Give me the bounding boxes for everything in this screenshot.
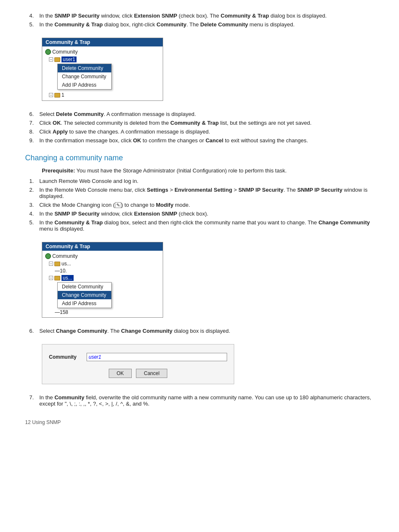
ct-dialog-1: Community & Trap Community − user1 Delet…	[42, 38, 163, 101]
s2-step-7: 7. In the Community field, overwrite the…	[25, 394, 374, 407]
ok-button[interactable]: OK	[109, 369, 132, 378]
community-trap-bold3: Community & Trap	[170, 120, 219, 126]
tree2-child2-label: us...	[61, 275, 74, 281]
add-ip-address-menu-item[interactable]: Add IP Address	[58, 81, 111, 89]
change-community-dialog: Community user1 OK Cancel	[42, 344, 234, 384]
step-7: 7. Click OK. The selected community is d…	[25, 120, 374, 126]
step-6: 6. Select Delete Community. A confirmati…	[25, 111, 374, 117]
extension-snmp-bold: Extension SNMP	[134, 13, 177, 19]
tree2-child-1: − us...	[45, 260, 160, 267]
snmp-ip-sec-bold3: SNMP IP Security	[54, 211, 100, 217]
globe-icon-1	[45, 49, 51, 55]
change-community-bold3: Change Community	[121, 328, 173, 334]
ok-bold: OK	[53, 120, 61, 126]
snmp-ip-security-bold: SNMP IP Security	[54, 13, 100, 19]
step-4: 4. In the SNMP IP Security window, click…	[25, 13, 374, 19]
change-dialog-row: Community user1	[49, 353, 227, 361]
tree2-child1-sub-label: —10.	[55, 268, 67, 274]
tree2-child1-label: us...	[61, 261, 71, 267]
tree-root-label: Community	[52, 49, 78, 55]
ct-dialog-body-2: Community − us... —10. − us... Delete Co…	[42, 251, 163, 317]
section-heading-2: Changing a community name	[25, 154, 374, 162]
ct-dialog-2: Community & Trap Community − us... —10. …	[42, 242, 163, 318]
tree2-root-label: Community	[52, 253, 78, 259]
snmp-ip-sec-bold2: SNMP IP Security	[297, 187, 343, 193]
s2-step-6: 6. Select Change Community. The Change C…	[25, 328, 374, 334]
globe-icon-2	[45, 253, 51, 260]
prereq-label: Prerequisite:	[42, 167, 75, 174]
tree-root: Community	[45, 48, 160, 56]
delete-community-bold: Delete Community	[200, 21, 248, 28]
cancel-button[interactable]: Cancel	[136, 369, 167, 378]
mode-icon: ✎	[115, 202, 121, 208]
folder-icon-3	[54, 260, 61, 267]
tree-child-label-1: user1	[61, 57, 77, 62]
community-trap-bold2: Community & Trap	[54, 21, 103, 28]
ct-dialog-body-1: Community − user1 Delete Community Chang…	[42, 46, 163, 100]
change-dialog: Community user1 OK Cancel	[42, 344, 234, 384]
tree-child-label-2: 1	[61, 92, 64, 98]
folder-icon-2	[54, 92, 61, 98]
community-trap-bold: Community & Trap	[221, 13, 269, 19]
tree-child-2: − 1	[45, 91, 160, 99]
add-ip-item2[interactable]: Add IP Address	[58, 299, 111, 308]
settings-bold: Settings	[147, 187, 168, 193]
change-community-item2[interactable]: Change Community	[58, 291, 111, 299]
ct-dialog-title-1: Community & Trap	[42, 38, 163, 46]
screenshot-2: Community & Trap Community − us... —10. …	[42, 242, 163, 318]
tree2-root: Community	[45, 252, 160, 260]
tree2-child-2: − us...	[45, 274, 160, 282]
expand-icon-3: −	[49, 262, 53, 266]
change-community-bold: Change Community	[318, 219, 370, 226]
delete-community-bold2: Delete Community	[56, 111, 104, 117]
expand-icon-4: −	[49, 276, 53, 280]
ext-snmp-bold2: Extension SNMP	[134, 211, 177, 217]
step-8: 8. Click Apply to save the changes. A co…	[25, 129, 374, 135]
folder-icon-4	[54, 275, 61, 281]
community-input[interactable]: user1	[87, 353, 227, 361]
change-community-menu-item[interactable]: Change Community	[58, 72, 111, 81]
step-5: 5. In the Community & Trap dialog box, r…	[25, 21, 374, 28]
step-9: 9. In the confirmation message box, clic…	[25, 137, 374, 144]
change-dialog-buttons: OK Cancel	[49, 369, 227, 378]
tree2-child-2-sub: —158	[45, 309, 160, 316]
ct-dialog-title-2: Community & Trap	[42, 242, 163, 251]
s2-step-5: 5. In the Community & Trap dialog box, s…	[25, 219, 374, 232]
context-menu-1: Delete Community Change Community Add IP…	[57, 64, 112, 90]
tree2-child-1-sub: —10.	[45, 267, 160, 274]
screenshot-1: Community & Trap Community − user1 Delet…	[42, 38, 163, 101]
s2-step-1: 1. Launch Remote Web Console and log in.	[25, 178, 374, 184]
community-label: Community	[49, 354, 87, 360]
tree-child-1: − user1	[45, 56, 160, 63]
s2-step-3: 3. Click the Mode Changing icon (✎) to c…	[25, 202, 374, 208]
snmp-ip-sec-bold: SNMP IP Security	[238, 187, 284, 193]
apply-bold: Apply	[53, 129, 68, 135]
expand-icon-1: −	[49, 57, 53, 62]
folder-icon-1	[54, 56, 61, 63]
expand-icon-2: −	[49, 93, 53, 97]
community-bold: Community	[156, 21, 187, 28]
cancel-bold: Cancel	[205, 137, 223, 144]
change-community-bold2: Change Community	[56, 328, 107, 334]
ok-bold2: OK	[133, 137, 141, 144]
ct-bold4: Community & Trap	[54, 219, 103, 226]
change-dialog-body: Community user1 OK Cancel	[42, 344, 234, 384]
env-setting-bold: Environmental Setting	[174, 187, 232, 193]
community-bold2: Community	[54, 394, 84, 401]
s2-step-4: 4. In the SNMP IP Security window, click…	[25, 211, 374, 217]
prereq-block: Prerequisite: You must have the Storage …	[25, 167, 374, 174]
tree2-child2-sub-label: —158	[55, 309, 68, 315]
delete-community-menu-item[interactable]: Delete Community	[58, 64, 111, 72]
modify-bold: Modify	[156, 202, 174, 208]
context-menu-2: Delete Community Change Community Add IP…	[57, 282, 112, 308]
footer: 12 Using SNMP	[25, 419, 374, 425]
s2-step-2: 2. In the Remote Web Console menu bar, c…	[25, 187, 374, 199]
delete-community-item2[interactable]: Delete Community	[58, 283, 111, 291]
